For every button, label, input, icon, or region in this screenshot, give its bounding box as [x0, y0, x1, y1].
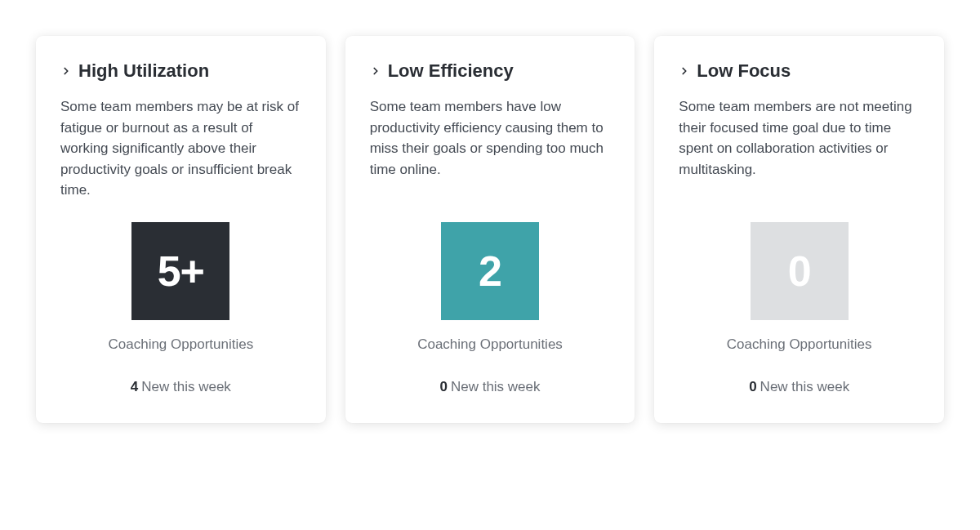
count-tile-wrap: 0: [679, 222, 920, 320]
coaching-label: Coaching Opportunities: [60, 336, 301, 353]
card-description: Some team members are not meeting their …: [679, 96, 920, 201]
new-count: 0: [749, 379, 756, 394]
coaching-label: Coaching Opportunities: [370, 336, 611, 353]
card-title: Low Efficiency: [388, 60, 514, 82]
chevron-right-icon: [60, 65, 72, 77]
chevron-right-icon: [679, 65, 690, 77]
card-header[interactable]: High Utilization: [60, 60, 301, 82]
card-high-utilization: High Utilization Some team members may b…: [36, 36, 326, 423]
card-description: Some team members have low productivity …: [370, 96, 611, 201]
new-this-week: 0New this week: [370, 379, 611, 395]
card-description: Some team members may be at risk of fati…: [60, 96, 301, 201]
coaching-cards-row: High Utilization Some team members may b…: [36, 36, 944, 423]
count-tile-wrap: 5+: [60, 222, 301, 320]
new-label: New this week: [760, 379, 850, 394]
new-label: New this week: [141, 379, 231, 394]
count-tile-wrap: 2: [370, 222, 611, 320]
new-this-week: 4New this week: [60, 379, 301, 395]
count-tile: 5+: [131, 222, 229, 320]
card-low-focus: Low Focus Some team members are not meet…: [654, 36, 944, 423]
chevron-right-icon: [370, 65, 381, 77]
card-header[interactable]: Low Efficiency: [370, 60, 611, 82]
count-tile: 0: [751, 222, 849, 320]
new-this-week: 0New this week: [679, 379, 920, 395]
coaching-label: Coaching Opportunities: [679, 336, 920, 353]
new-label: New this week: [451, 379, 541, 394]
new-count: 0: [439, 379, 447, 394]
card-header[interactable]: Low Focus: [679, 60, 920, 82]
card-title: Low Focus: [697, 60, 791, 82]
count-tile: 2: [441, 222, 539, 320]
card-title: High Utilization: [78, 60, 209, 82]
card-low-efficiency: Low Efficiency Some team members have lo…: [345, 36, 635, 423]
new-count: 4: [131, 379, 138, 394]
